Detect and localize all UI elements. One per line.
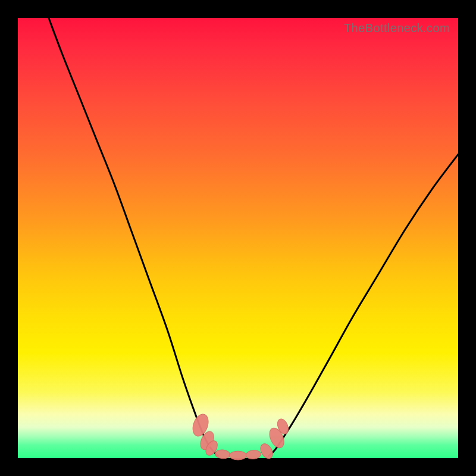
plot-area: TheBottleneck.com — [18, 18, 458, 458]
data-marker — [215, 449, 230, 459]
marker-group — [190, 412, 290, 461]
curve-layer — [18, 18, 458, 458]
data-marker — [258, 441, 275, 461]
chart-frame: TheBottleneck.com — [0, 0, 476, 476]
right-curve — [269, 154, 458, 456]
data-marker — [246, 450, 261, 460]
data-marker — [229, 451, 247, 460]
left-curve — [49, 18, 218, 456]
